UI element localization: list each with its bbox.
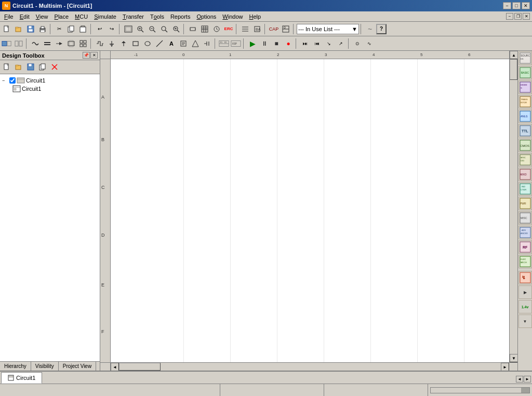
scroll-up-button[interactable]: ▲: [510, 51, 517, 59]
menu-mcu[interactable]: MCU: [72, 11, 91, 21]
multi-section-tool[interactable]: [77, 38, 89, 49]
stop-button[interactable]: ■: [271, 38, 282, 49]
maximize-button[interactable]: □: [512, 2, 521, 9]
scroll-left-button[interactable]: ◄: [111, 363, 119, 371]
mdi-restore-button[interactable]: ❐: [514, 13, 522, 20]
tree-expand-icon[interactable]: −: [2, 78, 8, 83]
toolbox-open-btn[interactable]: [13, 61, 24, 73]
schematic-canvas[interactable]: [111, 59, 509, 362]
menu-tools[interactable]: Tools: [147, 11, 167, 21]
place-text[interactable]: A: [166, 38, 177, 49]
undo-button[interactable]: ↩: [94, 23, 105, 35]
probe-btn[interactable]: ⊙: [352, 38, 363, 49]
clock-btn[interactable]: [211, 23, 222, 35]
record-button[interactable]: ●: [283, 38, 294, 49]
step-fwd-btn[interactable]: ⏭: [299, 38, 311, 49]
zoom-out-button[interactable]: [147, 23, 158, 35]
hierarchical-block-tool[interactable]: [65, 38, 77, 49]
tb-draw-extra1[interactable]: [190, 38, 201, 49]
mdi-close-button[interactable]: ✕: [523, 13, 530, 20]
bus-tool[interactable]: [42, 38, 53, 49]
netlist-btn[interactable]: [240, 23, 251, 35]
menu-simulate[interactable]: Simulate: [91, 11, 119, 21]
cut-button[interactable]: ✂: [54, 23, 65, 35]
tab-visibility[interactable]: Visibility: [31, 362, 59, 371]
print-button[interactable]: [37, 23, 48, 35]
tree-root[interactable]: − Circuit1: [2, 76, 98, 85]
scroll-thumb-h[interactable]: [119, 363, 161, 371]
logic-convert-btn[interactable]: [13, 38, 24, 49]
oscilloscope-btn[interactable]: ∿: [364, 38, 375, 49]
scroll-track-v[interactable]: [510, 59, 517, 354]
menu-reports[interactable]: Reports: [167, 11, 194, 21]
analog-btn[interactable]: ANLG: [518, 110, 532, 123]
back-annotate-btn[interactable]: BA: [251, 23, 263, 35]
misc-btn[interactable]: MISC: [518, 211, 532, 225]
toolbox-save-btn[interactable]: [25, 61, 36, 73]
scroll-down-button[interactable]: ▼: [510, 354, 517, 362]
menu-file[interactable]: File: [1, 11, 17, 21]
save-button[interactable]: [25, 23, 36, 35]
tb-extra1[interactable]: Ω: [280, 23, 291, 35]
menu-help[interactable]: Help: [246, 11, 264, 21]
new-button[interactable]: [1, 23, 12, 35]
step-out-btn[interactable]: ↗: [335, 38, 347, 49]
minimize-button[interactable]: −: [503, 2, 511, 9]
power-btn[interactable]: PWR: [518, 197, 532, 210]
more-btn[interactable]: ▼: [518, 315, 532, 328]
menu-options[interactable]: Options: [193, 11, 219, 21]
instruments-btn[interactable]: ↯: [518, 271, 532, 284]
expand-btn[interactable]: ▶: [518, 285, 532, 299]
scroll-track-h[interactable]: [119, 363, 501, 371]
basic-btn[interactable]: BASIC: [518, 66, 532, 79]
menu-transfer[interactable]: Transfer: [119, 11, 147, 21]
menu-place[interactable]: Place: [51, 11, 72, 21]
run-button[interactable]: ▶: [247, 38, 258, 49]
vcc-symbol[interactable]: [118, 38, 129, 49]
component-toolbar-btn[interactable]: [187, 23, 198, 35]
toolbox-close-btn[interactable]: ✕: [90, 52, 98, 59]
electro-mech-btn[interactable]: ELECMECH: [518, 255, 532, 268]
zoom-select-button[interactable]: [158, 23, 170, 35]
redo-button[interactable]: ↪: [106, 23, 117, 35]
circuit1-tab[interactable]: Circuit1: [1, 372, 42, 384]
spreadsheet-btn[interactable]: [199, 23, 210, 35]
cmos-btn[interactable]: CMOS: [518, 139, 532, 152]
toolbox-copy-btn[interactable]: [37, 61, 48, 73]
mixed-btn[interactable]: MIXD: [518, 168, 532, 181]
zoom-in-button[interactable]: [135, 23, 146, 35]
menu-window[interactable]: Window: [219, 11, 246, 21]
place-rect[interactable]: [130, 38, 141, 49]
place-note[interactable]: [178, 38, 189, 49]
diodes-btn[interactable]: DIODES: [518, 80, 532, 94]
in-use-list-dropdown[interactable]: --- In Use List --- ▼: [297, 24, 359, 34]
paste-button[interactable]: [77, 23, 89, 35]
copy-button[interactable]: [65, 23, 77, 35]
tab-project-view[interactable]: Project View: [59, 362, 96, 371]
transistors-btn[interactable]: TRANSISTOR: [518, 95, 532, 108]
sources-btn[interactable]: SOURCES: [518, 51, 532, 65]
place-ellipse[interactable]: [142, 38, 153, 49]
tb-draw-extra2[interactable]: [202, 38, 213, 49]
zoom-all-button[interactable]: +: [170, 23, 182, 35]
scroll-thumb-v[interactable]: [510, 59, 517, 80]
xspice-btn[interactable]: XSP: [230, 38, 242, 49]
vertical-scrollbar[interactable]: ▲ ▼: [509, 51, 517, 362]
rf-btn[interactable]: RF: [518, 240, 532, 254]
horizontal-scrollbar[interactable]: ◄ ►: [100, 362, 517, 371]
design-wizard-btn[interactable]: [1, 38, 12, 49]
zoom-fullpage-button[interactable]: [123, 23, 134, 35]
toolbox-new-btn[interactable]: [1, 61, 12, 73]
tab-nav-left[interactable]: ◄: [516, 376, 523, 383]
wire-tool[interactable]: [30, 38, 41, 49]
connector-tool[interactable]: [54, 38, 65, 49]
open-button[interactable]: [13, 23, 24, 35]
advanced-btn[interactable]: ADVANCED: [518, 226, 532, 239]
ttl-btn[interactable]: TTL: [518, 124, 532, 138]
toolbox-pin-button[interactable]: 📌: [83, 52, 90, 59]
toolbox-delete-btn[interactable]: [49, 61, 60, 73]
ground-symbol[interactable]: [106, 38, 117, 49]
close-button[interactable]: ✕: [522, 2, 530, 9]
misc-digital-btn[interactable]: MISCDIG: [518, 153, 532, 167]
electrical-rules-btn[interactable]: ERC: [223, 23, 234, 35]
